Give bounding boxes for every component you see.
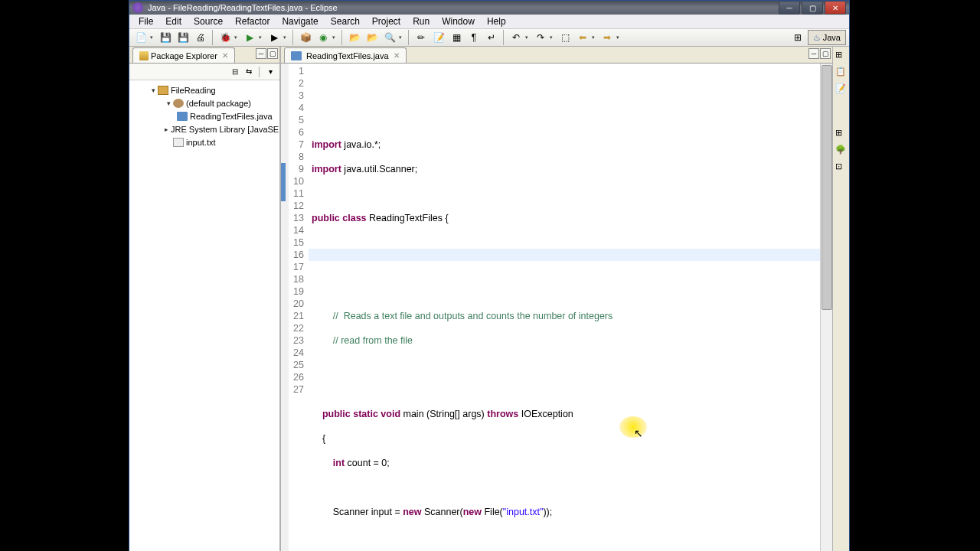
show-whitespace-button[interactable]: ¶	[466, 29, 482, 46]
word-wrap-button[interactable]: ↵	[483, 29, 500, 46]
maximize-button[interactable]: ▢	[802, 1, 823, 15]
menu-refactor[interactable]: Refactor	[229, 15, 276, 28]
eclipse-icon	[132, 2, 143, 13]
toolbar: 📄▾ 💾 💾 🖨 🐞▾ ▶▾ ▶▾ 📦 ◉▾ 📂 📂 🔍▾ ✏ 📝 ▦ ¶ ↵ …	[129, 29, 849, 47]
hierarchy-view-icon[interactable]: 🌳	[835, 145, 848, 157]
new-button[interactable]: 📄	[132, 29, 149, 46]
window-title: Java - FileReading/ReadingTextFiles.java…	[148, 3, 779, 12]
menu-source[interactable]: Source	[188, 15, 229, 28]
menu-edit[interactable]: Edit	[159, 15, 188, 28]
maximize-view-button[interactable]: ▢	[267, 48, 278, 59]
java-file-icon	[177, 112, 188, 121]
print-button[interactable]: 🖨	[192, 29, 209, 46]
block-button[interactable]: ▦	[448, 29, 465, 46]
new-package-button[interactable]: 📦	[297, 29, 314, 46]
tree-package[interactable]: ▾ (default package)	[131, 96, 278, 109]
eclipse-window: Java - FileReading/ReadingTextFiles.java…	[129, 0, 850, 551]
tree-java-file[interactable]: ReadingTextFiles.java	[131, 109, 278, 122]
menubar: File Edit Source Refactor Navigate Searc…	[129, 15, 849, 29]
open-task-button[interactable]: 📂	[364, 29, 381, 46]
project-icon	[158, 86, 168, 95]
editor-panel: ReadingTextFiles.java ✕ ─ ▢ 123456789101…	[281, 47, 832, 551]
next-edit-button[interactable]: ↷	[532, 29, 549, 46]
close-tab-icon[interactable]: ✕	[394, 51, 400, 60]
workspace: Package Explorer ✕ ─ ▢ ⊟ ⇆ ▾ ▾ FileReadi…	[129, 47, 849, 551]
toggle-mark-button[interactable]: ✏	[413, 29, 430, 46]
text-file-icon	[173, 138, 184, 147]
minimize-view-button[interactable]: ─	[256, 48, 266, 59]
titlebar: Java - FileReading/ReadingTextFiles.java…	[129, 1, 849, 15]
tree-txt-file[interactable]: ▸ input.txt	[131, 135, 278, 148]
maximize-editor-button[interactable]: ▢	[820, 48, 831, 59]
save-all-button[interactable]: 💾	[175, 29, 191, 46]
restore-view-button-2[interactable]: ⊞	[835, 128, 848, 140]
package-explorer-tab[interactable]: Package Explorer ✕	[132, 47, 235, 63]
outline-view-icon[interactable]: 📋	[835, 67, 848, 79]
code-area[interactable]: import java.io.*; import java.util.Scann…	[309, 64, 820, 551]
menu-file[interactable]: File	[132, 15, 159, 28]
expand-icon[interactable]: ▸	[165, 126, 168, 133]
open-type-button[interactable]: 📂	[346, 29, 363, 46]
editor-tab[interactable]: ReadingTextFiles.java ✕	[284, 47, 407, 63]
debug-button[interactable]: 🐞	[217, 29, 234, 46]
forward-button[interactable]: ➡	[599, 29, 616, 46]
project-tree[interactable]: ▾ FileReading ▾ (default package) Readin…	[129, 80, 279, 551]
menu-search[interactable]: Search	[325, 15, 366, 28]
minimize-editor-button[interactable]: ─	[808, 48, 819, 59]
menu-run[interactable]: Run	[407, 15, 436, 28]
package-explorer-panel: Package Explorer ✕ ─ ▢ ⊟ ⇆ ▾ ▾ FileReadi…	[129, 47, 281, 551]
task-list-icon[interactable]: 📝	[835, 83, 848, 96]
annotation-button[interactable]: 📝	[430, 29, 447, 46]
run-button[interactable]: ▶	[241, 29, 258, 46]
expand-icon[interactable]: ▾	[165, 99, 173, 107]
save-button[interactable]: 💾	[157, 29, 174, 46]
expand-icon[interactable]: ▾	[149, 86, 158, 94]
close-button[interactable]: ✕	[825, 1, 846, 15]
back-history-button[interactable]: ⬚	[557, 29, 573, 46]
menu-navigate[interactable]: Navigate	[276, 15, 324, 28]
open-perspective-button[interactable]: ⊞	[789, 29, 806, 46]
outline-icon[interactable]: ⊡	[835, 161, 848, 174]
menu-window[interactable]: Window	[436, 15, 481, 28]
link-editor-button[interactable]: ⇆	[243, 66, 255, 78]
search-button[interactable]: 🔍	[381, 29, 398, 46]
marker-gutter	[281, 64, 289, 551]
editor-area[interactable]: 1234567891011121314151617181920212223242…	[281, 64, 832, 551]
last-edit-button[interactable]: ↶	[508, 29, 524, 46]
editor-scrollbar[interactable]	[820, 64, 832, 551]
new-class-button[interactable]: ◉	[315, 29, 332, 46]
view-menu-button[interactable]: ▾	[264, 66, 276, 78]
close-tab-icon[interactable]: ✕	[222, 51, 228, 60]
restore-view-button[interactable]: ⊞	[835, 50, 848, 62]
java-file-icon	[291, 51, 302, 60]
back-button[interactable]: ⬅	[574, 29, 591, 46]
menu-project[interactable]: Project	[366, 15, 407, 28]
java-icon: ♨	[813, 33, 821, 43]
package-explorer-icon	[139, 51, 149, 60]
package-icon	[173, 99, 184, 108]
menu-help[interactable]: Help	[481, 15, 512, 28]
tree-project[interactable]: ▾ FileReading	[131, 83, 278, 96]
right-trim-bar: ⊞ 📋 📝 ⊞ 🌳 ⊡	[832, 47, 849, 551]
java-perspective[interactable]: ♨ Java	[808, 30, 846, 45]
collapse-all-button[interactable]: ⊟	[229, 66, 241, 78]
run-last-button[interactable]: ▶	[266, 29, 283, 46]
minimize-button[interactable]: ─	[779, 1, 800, 15]
line-number-gutter: 1234567891011121314151617181920212223242…	[289, 64, 309, 551]
tree-jre-library[interactable]: ▸ JRE System Library [JavaSE	[131, 122, 278, 135]
